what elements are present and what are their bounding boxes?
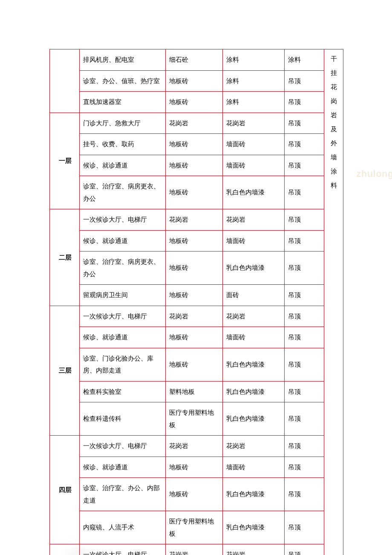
table-row: 诊室、门诊化验办公、库房、内部走道地板砖乳白色内墙漆吊顶 [50, 348, 343, 381]
table-cell: 花岗岩 [223, 436, 284, 457]
table-cell: 候诊、就诊通道 [80, 230, 166, 251]
table-row: 诊室、治疗室、病房更衣、办公地板砖乳白色内墙漆吊顶 [50, 251, 343, 285]
table-cell: 地板砖 [165, 155, 223, 176]
table-row: 内窥镜、人流手术医疗专用塑料地板乳白色内墙漆吊顶 [50, 511, 343, 544]
side-label-cell: 干挂花岗岩及外墙涂料 [324, 49, 343, 555]
materials-table: 排风机房、配电室细石砼涂料涂料干挂花岗岩及外墙涂料诊室、办公、值班、热疗室地板砖… [49, 49, 343, 555]
table-cell: 地板砖 [165, 230, 223, 251]
table-cell: 花岗岩 [223, 544, 284, 555]
table-cell: 吊顶 [284, 251, 324, 285]
table-cell: 吊顶 [284, 478, 324, 511]
table-cell: 医疗专用塑料地板 [165, 511, 223, 544]
table-row: 诊室、治疗室、病房更衣、办公地板砖乳白色内墙漆吊顶 [50, 176, 343, 209]
table-cell: 门诊大厅、急救大厅 [80, 113, 166, 134]
table-cell: 候诊、就诊通道 [80, 155, 166, 176]
table-row: 四层一次候诊大厅、电梯厅花岗岩花岗岩吊顶 [50, 436, 343, 457]
table-cell: 花岗岩 [165, 436, 223, 457]
floor-label-cell: 四层 [50, 436, 80, 544]
table-cell: 乳白色内墙漆 [223, 511, 284, 544]
table-cell: 乳白色内墙漆 [223, 251, 284, 285]
table-cell: 吊顶 [284, 70, 324, 92]
table-cell: 地板砖 [165, 176, 223, 209]
table-cell: 吊顶 [284, 511, 324, 544]
table-cell: 一次候诊大厅、电梯厅 [80, 209, 166, 231]
table-cell: 吊顶 [284, 176, 324, 209]
table-cell: 面砖 [223, 285, 284, 306]
table-cell: 塑料地板 [165, 381, 223, 402]
table-cell: 地板砖 [165, 478, 223, 511]
table-cell: 地板砖 [165, 348, 223, 381]
table-cell: 涂料 [223, 70, 284, 92]
table-cell: 乳白色内墙漆 [223, 176, 284, 209]
table-row: 检查科遗传科医疗专用塑料地板乳白色内墙漆吊顶 [50, 402, 343, 436]
table-cell: 墙面砖 [223, 327, 284, 348]
table-row: 诊室、办公、值班、热疗室地板砖涂料吊顶 [50, 70, 343, 92]
table-row: 五层一次候诊大厅、电梯厅花岗岩花岗岩吊顶 [50, 544, 343, 555]
table-cell: 吊顶 [284, 381, 324, 402]
table-cell: 乳白色内墙漆 [223, 381, 284, 402]
table-cell: 吊顶 [284, 348, 324, 381]
table-cell: 涂料 [223, 49, 284, 71]
table-cell: 吊顶 [284, 402, 324, 436]
table-cell: 医疗专用塑料地板 [165, 402, 223, 436]
table-cell: 吊顶 [284, 327, 324, 348]
floor-label-cell: 五层 [50, 544, 80, 555]
table-cell: 候诊、就诊通道 [80, 457, 166, 478]
table-cell: 排风机房、配电室 [80, 49, 166, 71]
table-cell: 花岗岩 [165, 544, 223, 555]
table-cell: 一次候诊大厅、电梯厅 [80, 306, 166, 327]
table-cell: 墙面砖 [223, 155, 284, 176]
table-cell: 诊室、治疗室、病房更衣、办公 [80, 251, 166, 285]
table-row: 检查科实验室塑料地板乳白色内墙漆吊顶 [50, 381, 343, 402]
table-cell: 吊顶 [284, 92, 324, 113]
table-cell: 一次候诊大厅、电梯厅 [80, 436, 166, 457]
side-label-text: 干挂花岗岩及外墙涂料 [326, 52, 341, 193]
table-cell: 检查科遗传科 [80, 402, 166, 436]
table-cell: 花岗岩 [223, 306, 284, 327]
table-cell: 地板砖 [165, 92, 223, 113]
table-cell: 诊室、门诊化验办公、库房、内部走道 [80, 348, 166, 381]
table-cell: 吊顶 [284, 230, 324, 251]
table-cell: 吊顶 [284, 209, 324, 231]
table-cell: 吊顶 [284, 113, 324, 134]
table-cell: 花岗岩 [223, 209, 284, 231]
table-cell: 花岗岩 [165, 209, 223, 231]
table-cell: 内窥镜、人流手术 [80, 511, 166, 544]
table-cell: 一次候诊大厅、电梯厅 [80, 544, 166, 555]
table-row: 候诊、就诊通道地板砖墙面砖吊顶 [50, 230, 343, 251]
table-cell: 墙面砖 [223, 134, 284, 155]
table-row: 一层门诊大厅、急救大厅花岗岩花岗岩吊顶 [50, 113, 343, 134]
table-row: 直线加速器室地板砖涂料吊顶 [50, 92, 343, 113]
table-cell: 吊顶 [284, 306, 324, 327]
table-cell: 吊顶 [284, 155, 324, 176]
table-cell: 地板砖 [165, 251, 223, 285]
table-row: 三层一次候诊大厅、电梯厅花岗岩花岗岩吊顶 [50, 306, 343, 327]
table-cell: 墙面砖 [223, 457, 284, 478]
table-cell: 吊顶 [284, 134, 324, 155]
table-row: 候诊、就诊通道地板砖墙面砖吊顶 [50, 327, 343, 348]
table-cell: 细石砼 [165, 49, 223, 71]
table-cell: 花岗岩 [165, 306, 223, 327]
table-row: 候诊、就诊通道地板砖墙面砖吊顶 [50, 457, 343, 478]
table-cell: 涂料 [223, 92, 284, 113]
table-cell: 吊顶 [284, 457, 324, 478]
table-cell: 花岗岩 [165, 113, 223, 134]
table-cell: 地板砖 [165, 70, 223, 92]
table-row: 候诊、就诊通道地板砖墙面砖吊顶 [50, 155, 343, 176]
table-cell: 乳白色内墙漆 [223, 478, 284, 511]
table-row: 留观病房卫生间地板砖面砖吊顶 [50, 285, 343, 306]
table-cell: 诊室、办公、值班、热疗室 [80, 70, 166, 92]
table-cell: 墙面砖 [223, 230, 284, 251]
table-cell: 吊顶 [284, 436, 324, 457]
table-cell: 检查科实验室 [80, 381, 166, 402]
table-cell: 诊室、治疗室、办公、内部走道 [80, 478, 166, 511]
table-row: 挂号、收费、取药地板砖墙面砖吊顶 [50, 134, 343, 155]
floor-label-cell [50, 49, 80, 113]
table-cell: 诊室、治疗室、病房更衣、办公 [80, 176, 166, 209]
table-cell: 地板砖 [165, 457, 223, 478]
table-cell: 乳白色内墙漆 [223, 402, 284, 436]
table-row: 二层一次候诊大厅、电梯厅花岗岩花岗岩吊顶 [50, 209, 343, 231]
table-cell: 地板砖 [165, 285, 223, 306]
table-row: 诊室、治疗室、办公、内部走道地板砖乳白色内墙漆吊顶 [50, 478, 343, 511]
table-cell: 地板砖 [165, 327, 223, 348]
